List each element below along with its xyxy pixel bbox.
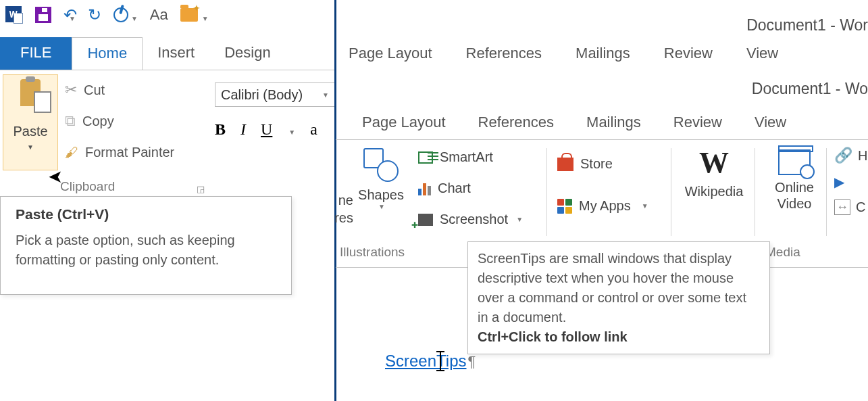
shapes-label: Shapes bbox=[352, 187, 410, 203]
underline-dropdown-icon[interactable]: ▼ bbox=[288, 128, 295, 136]
my-apps-dropdown-icon[interactable]: ▼ bbox=[642, 202, 648, 210]
video-icon bbox=[778, 149, 811, 175]
paste-dropdown-icon[interactable]: ▼ bbox=[3, 143, 57, 151]
bookmark-button[interactable]: ▶ bbox=[834, 174, 867, 190]
format-painter-button[interactable]: 🖌 Format Painter bbox=[65, 145, 174, 160]
wikipedia-button[interactable]: W Wikipedia bbox=[679, 145, 749, 199]
paste-button[interactable]: Paste ▼ bbox=[3, 74, 58, 170]
bookmark-icon: ▶ bbox=[834, 174, 844, 190]
pictures-partial: ne res bbox=[334, 191, 353, 227]
touch-dropdown-icon[interactable]: ▼ bbox=[131, 15, 138, 22]
my-apps-button[interactable]: My Apps ▼ bbox=[557, 198, 648, 214]
wikipedia-label: Wikipedia bbox=[679, 184, 749, 199]
tab-page-layout-2[interactable]: Page Layout bbox=[362, 114, 446, 131]
cross-ref-icon: ↔ bbox=[834, 199, 850, 215]
hyperlink-tooltip: ScreenTips are small windows that displa… bbox=[467, 241, 770, 354]
tab-page-layout[interactable]: Page Layout bbox=[349, 45, 432, 62]
tab-design[interactable]: Design bbox=[209, 37, 285, 70]
illustrations-group-label: Illustrations bbox=[340, 245, 405, 260]
cut-button[interactable]: ✂ Cut bbox=[65, 81, 105, 99]
folder-star-icon: ✦ bbox=[193, 3, 201, 14]
ribbon-home-content: Paste ▼ ➤ ✂ Cut ⧉ Copy 🖌 Format Painter … bbox=[0, 70, 334, 202]
shapes-button[interactable]: Shapes ▼ bbox=[352, 145, 410, 210]
ribbon-tabs-2a: Page Layout References Mailings Review V… bbox=[349, 45, 778, 62]
copy-label: Copy bbox=[82, 114, 114, 129]
tab-view-2[interactable]: View bbox=[755, 114, 786, 131]
clipboard-group-label: Clipboard bbox=[60, 179, 115, 194]
format-painter-label: Format Painter bbox=[85, 145, 174, 160]
hyperlink-text[interactable]: ScreenTips bbox=[385, 352, 467, 370]
my-apps-label: My Apps bbox=[579, 198, 631, 214]
links-group: 🔗 H ▶ ↔ C bbox=[834, 147, 867, 225]
open-dropdown-icon[interactable]: ▼ bbox=[202, 15, 209, 22]
smartart-button[interactable]: SmartArt bbox=[418, 149, 493, 165]
screenshot-label: Screenshot bbox=[440, 212, 508, 227]
store-icon bbox=[557, 158, 573, 171]
quick-access-toolbar: W ↶ ▼ ↻ ▼ Aa ✦ ▼ bbox=[5, 5, 209, 24]
clipboard-icon bbox=[20, 79, 41, 106]
font-group: Calibri (Body) ▼ B I U ▼ a bbox=[215, 82, 335, 139]
store-button[interactable]: Store bbox=[557, 156, 613, 172]
shapes-dropdown-icon[interactable]: ▼ bbox=[353, 203, 410, 210]
document-body[interactable]: ScreenTips¶ bbox=[385, 352, 476, 371]
store-label: Store bbox=[580, 156, 613, 172]
undo-dropdown-icon[interactable]: ▼ bbox=[69, 15, 76, 22]
font-case-icon[interactable]: Aa bbox=[150, 6, 168, 24]
italic-button[interactable]: I bbox=[240, 120, 246, 139]
screenshot-icon bbox=[418, 214, 433, 226]
media-group-label: Media bbox=[765, 245, 800, 260]
link-icon: 🔗 bbox=[834, 147, 852, 164]
copy-button[interactable]: ⧉ Copy bbox=[65, 112, 114, 130]
cross-reference-button[interactable]: ↔ C bbox=[834, 199, 867, 215]
smartart-icon bbox=[418, 151, 433, 164]
tab-references-2[interactable]: References bbox=[478, 114, 555, 131]
screenshot-button[interactable]: Screenshot ▼ bbox=[418, 212, 523, 227]
paste-tooltip-title: Paste (Ctrl+V) bbox=[16, 206, 276, 222]
font-style-buttons: B I U ▼ a bbox=[215, 120, 335, 139]
save-icon[interactable] bbox=[35, 7, 51, 23]
cut-label: Cut bbox=[84, 82, 105, 98]
hyperlink-label-partial: H bbox=[858, 148, 867, 164]
screenshot-dropdown-icon[interactable]: ▼ bbox=[516, 216, 523, 223]
bold-button[interactable]: B bbox=[215, 120, 226, 139]
clipboard-dialog-launcher-icon[interactable]: ◲ bbox=[197, 184, 205, 194]
tab-review[interactable]: Review bbox=[664, 45, 713, 62]
online-video-label: Online Video bbox=[764, 179, 825, 212]
wikipedia-icon: W bbox=[679, 145, 749, 180]
font-name-combo[interactable]: Calibri (Body) ▼ bbox=[215, 82, 335, 107]
hyperlink-button[interactable]: 🔗 H bbox=[834, 147, 867, 164]
clipboard-group: Paste ▼ ➤ ✂ Cut ⧉ Copy 🖌 Format Painter … bbox=[3, 74, 205, 189]
hyperlink-tooltip-body: ScreenTips are small windows that displa… bbox=[478, 249, 760, 327]
paste-tooltip: Paste (Ctrl+V) Pick a paste option, such… bbox=[0, 196, 292, 295]
font-name-value: Calibri (Body) bbox=[221, 87, 303, 103]
brush-icon: 🖌 bbox=[65, 145, 78, 160]
ribbon-tabs-2b: Page Layout References Mailings Review V… bbox=[362, 114, 786, 131]
tab-view[interactable]: View bbox=[746, 45, 778, 62]
chart-icon bbox=[418, 182, 431, 195]
underline-button[interactable]: U bbox=[261, 120, 272, 139]
online-video-button[interactable]: Online Video bbox=[764, 145, 825, 212]
tab-references[interactable]: References bbox=[466, 45, 542, 62]
paste-tooltip-body: Pick a paste option, such as keeping for… bbox=[16, 231, 276, 270]
chart-button[interactable]: Chart bbox=[418, 181, 471, 196]
scissors-icon: ✂ bbox=[65, 81, 77, 99]
tab-file[interactable]: FILE bbox=[0, 37, 72, 70]
tab-home[interactable]: Home bbox=[72, 37, 143, 70]
apps-icon bbox=[557, 199, 572, 214]
redo-icon[interactable]: ↻ bbox=[88, 5, 101, 24]
touch-mode-icon[interactable] bbox=[113, 7, 128, 22]
tab-mailings[interactable]: Mailings bbox=[576, 45, 630, 62]
hyperlink-tooltip-cta: Ctrl+Click to follow link bbox=[478, 327, 760, 347]
copy-icon: ⧉ bbox=[65, 112, 76, 130]
tab-review-2[interactable]: Review bbox=[673, 114, 722, 131]
font-more-button[interactable]: a bbox=[310, 120, 317, 139]
ribbon-tabs-1: FILE Home Insert Design bbox=[0, 37, 286, 70]
shapes-icon bbox=[362, 145, 400, 183]
cross-ref-label-partial: C bbox=[856, 199, 865, 215]
paste-label: Paste bbox=[3, 124, 57, 139]
chart-label: Chart bbox=[438, 181, 471, 196]
tab-insert[interactable]: Insert bbox=[143, 37, 209, 70]
smartart-label: SmartArt bbox=[440, 149, 493, 165]
text-caret bbox=[440, 351, 441, 371]
tab-mailings-2[interactable]: Mailings bbox=[586, 114, 641, 131]
